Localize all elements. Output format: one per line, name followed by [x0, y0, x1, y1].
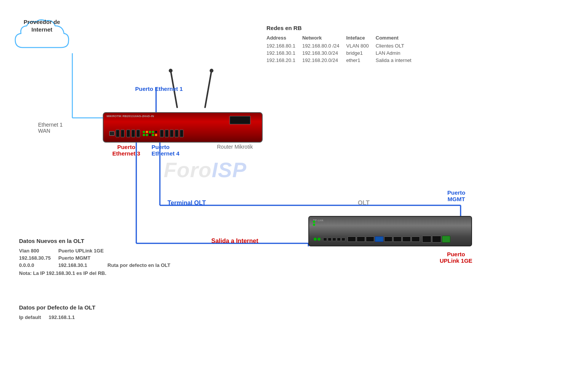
net-1: 192.168.80.0 /24 [302, 42, 346, 49]
table-row: 192.168.30.1 192.168.30.0/24 bridge1 LAN… [266, 49, 418, 57]
datos-defecto-table: Ip default 192.168.1.1 [19, 314, 75, 321]
nota-text: Nota: La IP 192.168.30.1 es IP del RB. [19, 270, 171, 276]
ethernet1-wan-label: Ethernet 1 WAN [38, 122, 63, 134]
ip-default-label: Ip default [19, 314, 49, 321]
comment-1: Clientes OLT [376, 42, 418, 49]
vlan-value: Puerto UPLink 1GE [58, 247, 104, 254]
table-row: 192.168.20.1 192.168.20.0/24 ether1 Sali… [266, 57, 418, 64]
comment-3: Salida a internet [376, 57, 418, 64]
olt-device: TP-Link [308, 216, 472, 246]
datos-nuevos-section: Datos Nuevos en la OLT Vlan 800 Puerto U… [19, 238, 171, 276]
table-title: Redes en RB [266, 25, 418, 31]
col-interface: Inteface [346, 34, 376, 42]
iface-2: bridge1 [346, 49, 376, 57]
puerto-uplink-label: PuertoUPLink 1GE [440, 251, 472, 264]
net-2: 192.168.30.0/24 [302, 49, 346, 57]
addr-1: 192.168.80.1 [266, 42, 302, 49]
puerto-ethernet3-label: PuertoEthernet 3 [112, 144, 140, 157]
puerto-ethernet4-label: PuertoEthernet 4 [152, 144, 179, 157]
col-comment: Comment [376, 34, 418, 42]
route-dst: 192.168.30.1 [58, 262, 104, 269]
col-address: Address [266, 34, 302, 42]
router-device: MIKROTIK RB2011UiAS-2HnD-IN [103, 112, 263, 143]
cloud-line2: Internet [11, 26, 72, 33]
datos-defecto-title: Datos por Defecto de la OLT [19, 304, 96, 311]
datos-defecto-section: Datos por Defecto de la OLT Ip default 1… [19, 304, 96, 321]
watermark: ForoISP [164, 158, 247, 182]
table-row: Ip default 192.168.1.1 [19, 314, 75, 321]
iface-1: VLAN 800 [346, 42, 376, 49]
antenna-right [204, 70, 212, 108]
iface-3: ether1 [346, 57, 376, 64]
terminal-olt-label: Terminal OLT [167, 200, 206, 206]
route-desc: Ruta por defecto en la OLT [104, 262, 170, 269]
main-canvas: Proveedor de Internet MIKROTIK RB2011UiA… [0, 0, 571, 392]
ip-value: Puerto MGMT [58, 254, 104, 262]
table-row: Vlan 800 Puerto UPLink 1GE [19, 247, 171, 254]
salida-internet-label: Salida a Internet [211, 238, 258, 244]
network-table: Redes en RB Address Network Inteface Com… [266, 25, 418, 64]
table-row: 0.0.0.0 192.168.30.1 Ruta por defecto en… [19, 262, 171, 269]
ip-default-value: 192.168.1.1 [49, 314, 75, 321]
datos-nuevos-title: Datos Nuevos en la OLT [19, 238, 171, 244]
addr-3: 192.168.20.1 [266, 57, 302, 64]
cloud-line1: Proveedor de [11, 18, 72, 26]
router-label: Router Mikrotik [217, 144, 253, 150]
table-row: 192.168.80.1 192.168.80.0 /24 VLAN 800 C… [266, 42, 418, 49]
ip-label: 192.168.30.75 [19, 254, 58, 262]
col-network: Network [302, 34, 346, 42]
addr-2: 192.168.30.1 [266, 49, 302, 57]
puerto-ethernet1-label: Puerto Ethernet 1 [135, 86, 183, 92]
table-row: 192.168.30.75 Puerto MGMT [19, 254, 171, 262]
comment-2: LAN Admin [376, 49, 418, 57]
route-src: 0.0.0.0 [19, 262, 58, 269]
net-3: 192.168.20.0/24 [302, 57, 346, 64]
vlan-label: Vlan 800 [19, 247, 58, 254]
network-data-table: Address Network Inteface Comment 192.168… [266, 34, 418, 64]
cloud-label: Proveedor de Internet [11, 18, 72, 33]
olt-device-label: OLT [358, 200, 370, 206]
puerto-mgmt-label: PuertoMGMT [447, 189, 466, 202]
datos-nuevos-table: Vlan 800 Puerto UPLink 1GE 192.168.30.75… [19, 247, 171, 269]
